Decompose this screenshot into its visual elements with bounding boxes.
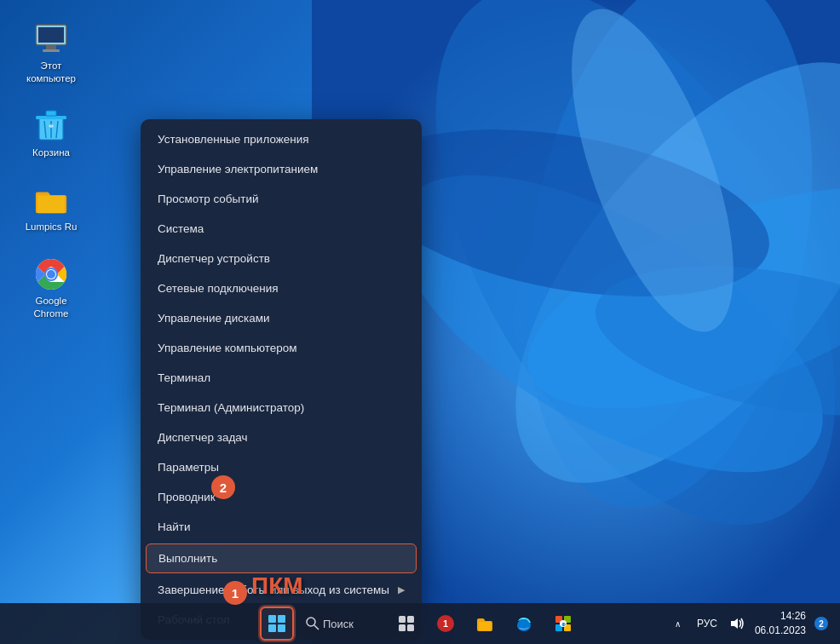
svg-rect-20 xyxy=(268,615,276,623)
svg-rect-27 xyxy=(407,616,414,623)
svg-rect-12 xyxy=(43,49,60,52)
notification-count: 2 xyxy=(819,619,824,629)
file-explorer-button[interactable] xyxy=(468,607,502,641)
menu-item-disk-mgmt[interactable]: Управление дисками xyxy=(141,303,422,333)
chrome-icon xyxy=(34,257,68,291)
menu-item-device-mgr[interactable]: Диспетчер устройств xyxy=(141,244,422,273)
search-bar[interactable]: Поиск xyxy=(299,609,384,638)
taskbar-right: ∧ РУС 14:26 06.01.2023 2 xyxy=(670,607,830,641)
recycle-bin-label: Корзина xyxy=(32,147,70,159)
svg-rect-22 xyxy=(268,624,276,632)
svg-point-24 xyxy=(307,618,315,626)
store-button[interactable]: ⊕ xyxy=(546,607,580,641)
svg-text:⊕: ⊕ xyxy=(561,622,566,627)
svg-rect-29 xyxy=(407,624,414,631)
edge-button[interactable] xyxy=(507,607,541,641)
menu-item-run[interactable]: Выполнить xyxy=(146,543,417,573)
app-1-button[interactable]: 1 xyxy=(429,607,463,641)
svg-rect-10 xyxy=(38,27,64,43)
svg-rect-28 xyxy=(399,624,406,631)
svg-rect-26 xyxy=(399,616,406,623)
pkm-label: ПКМ xyxy=(251,572,303,600)
svg-point-19 xyxy=(47,270,55,279)
taskbar-center: Поиск 1 xyxy=(260,607,580,641)
menu-item-terminal-admin[interactable]: Терминал (Администратор) xyxy=(141,393,422,423)
recycle-bin-icon xyxy=(34,109,68,143)
chrome-label: Google Chrome xyxy=(22,295,80,320)
menu-item-settings[interactable]: Параметры xyxy=(141,452,422,482)
menu-item-terminal[interactable]: Терминал xyxy=(141,363,422,393)
menu-item-computer-mgmt[interactable]: Управление компьютером xyxy=(141,333,422,363)
lumpics-folder-icon xyxy=(34,183,68,217)
language-indicator[interactable]: РУС xyxy=(693,618,721,630)
taskbar: Поиск 1 xyxy=(0,603,840,644)
my-computer-label: Этот компьютер xyxy=(22,60,80,85)
lumpics-label: Lumpics Ru xyxy=(26,221,78,233)
svg-line-25 xyxy=(314,625,319,630)
svg-rect-15 xyxy=(46,111,56,116)
notification-area[interactable]: 2 xyxy=(813,608,830,639)
svg-rect-14 xyxy=(36,116,66,119)
desktop-icon-lumpics[interactable]: Lumpics Ru xyxy=(17,178,85,239)
task-view-button[interactable] xyxy=(389,607,423,641)
system-clock[interactable]: 14:26 06.01.2023 xyxy=(755,609,806,638)
badge-1: 1 xyxy=(223,581,247,605)
desktop-icon-recycle-bin[interactable]: Корзина xyxy=(17,104,85,164)
clock-date: 06.01.2023 xyxy=(755,624,806,638)
my-computer-icon xyxy=(34,22,68,56)
clock-time: 14:26 xyxy=(780,609,806,624)
menu-item-event-viewer[interactable]: Просмотр событий xyxy=(141,184,422,214)
desktop-icon-my-computer[interactable]: Этот компьютер xyxy=(17,17,85,90)
svg-rect-11 xyxy=(46,45,56,49)
menu-item-task-manager[interactable]: Диспетчер задач xyxy=(141,423,422,452)
menu-item-network-conn[interactable]: Сетевые подключения xyxy=(141,273,422,303)
svg-text:1: 1 xyxy=(443,618,448,629)
volume-button[interactable] xyxy=(728,607,748,641)
search-label: Поиск xyxy=(323,618,354,630)
context-menu: Установленные приложения Управление элек… xyxy=(141,119,422,640)
svg-rect-23 xyxy=(278,624,285,632)
menu-item-explorer[interactable]: Проводник xyxy=(141,482,422,512)
menu-item-search[interactable]: Найти xyxy=(141,512,422,542)
desktop-icon-chrome[interactable]: Google Chrome xyxy=(17,252,85,325)
svg-rect-21 xyxy=(278,615,285,623)
shutdown-chevron-icon: ▶ xyxy=(398,584,405,595)
badge-2: 2 xyxy=(211,475,235,499)
menu-item-system[interactable]: Система xyxy=(141,214,422,244)
desktop-icons-container: Этот компьютер Корзина Lumpics Ru xyxy=(17,17,85,325)
menu-item-installed-apps[interactable]: Установленные приложения xyxy=(141,124,422,154)
start-button[interactable] xyxy=(260,607,294,641)
svg-marker-39 xyxy=(731,618,738,629)
menu-item-power-mgmt[interactable]: Управление электропитанием xyxy=(141,154,422,184)
show-hidden-icons-button[interactable]: ∧ xyxy=(670,607,687,641)
